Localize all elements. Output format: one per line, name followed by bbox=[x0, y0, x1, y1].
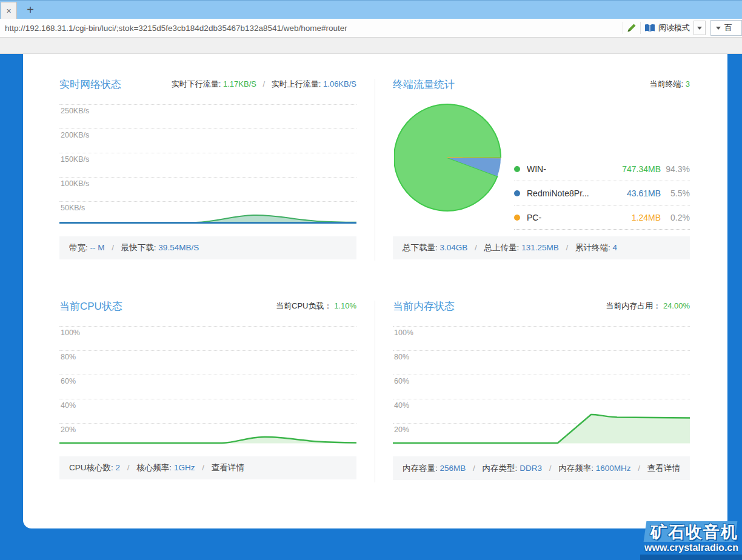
search-engine-label: 百 bbox=[724, 22, 732, 33]
up-rate-value: 1.06KB/S bbox=[323, 79, 356, 88]
device-name: RedmiNote8Pr... bbox=[527, 188, 609, 198]
separator: / bbox=[202, 463, 204, 472]
separator: / bbox=[473, 464, 475, 473]
current-clients-value: 3 bbox=[686, 79, 690, 88]
traffic-pie-chart bbox=[394, 101, 509, 216]
down-rate-value: 1.17KB/S bbox=[223, 79, 256, 88]
device-row[interactable]: PC- 1.24MB 0.2% bbox=[514, 205, 690, 230]
toolbar-divider bbox=[640, 22, 641, 34]
separator: / bbox=[549, 464, 552, 473]
memory-panel-title: 当前内存状态 bbox=[393, 299, 455, 313]
memory-usage-chart: 100% 80% 60% 40% 20% bbox=[393, 322, 690, 447]
cpu-series-plot bbox=[59, 322, 356, 447]
device-row[interactable]: WIN- 747.34MB 94.3% bbox=[514, 157, 690, 181]
cpu-cores-label: CPU核心数: bbox=[69, 463, 113, 472]
memory-freq-value: 1600MHz bbox=[596, 464, 631, 473]
search-engine-selector[interactable]: 百 bbox=[710, 20, 742, 36]
device-name: PC- bbox=[527, 213, 609, 222]
cpu-usage-chart: 100% 80% 60% 40% 20% bbox=[59, 322, 356, 447]
bandwidth-value: -- M bbox=[90, 243, 105, 252]
max-download-label: 最快下载: bbox=[121, 243, 156, 252]
reading-mode-label[interactable]: 阅读模式 bbox=[658, 22, 690, 33]
screenshot-root: × + http://192.168.31.1/cgi-bin/luci/;st… bbox=[0, 0, 742, 560]
network-panel-header: 实时网络状态 实时下行流量: 1.17KB/S / 实时上行流量: 1.06KB… bbox=[59, 76, 356, 92]
separator: / bbox=[566, 243, 568, 252]
total-download-label: 总下载量: bbox=[403, 243, 438, 252]
cpu-panel-title: 当前CPU状态 bbox=[59, 299, 122, 313]
separator: / bbox=[475, 243, 477, 252]
memory-type-value: DDR3 bbox=[520, 464, 542, 473]
watermark-title: 矿石收音机 bbox=[621, 522, 742, 542]
device-percent: 0.2% bbox=[661, 213, 690, 222]
cpu-freq-label: 核心频率: bbox=[136, 463, 172, 472]
network-footer: 带宽: -- M / 最快下载: 39.54MB/S bbox=[59, 236, 356, 259]
memory-type-label: 内存类型: bbox=[483, 464, 518, 473]
memory-panel-stats: 当前内存占用： 24.00% bbox=[606, 301, 690, 312]
clients-panel-title: 终端流量统计 bbox=[393, 78, 455, 92]
reading-mode-dropdown[interactable] bbox=[694, 21, 706, 35]
cpu-footer: CPU核心数: 2 / 核心频率: 1GHz / 查看详情 bbox=[59, 456, 356, 479]
current-clients-label: 当前终端: bbox=[650, 79, 684, 88]
device-percent: 94.3% bbox=[661, 164, 690, 174]
separator: / bbox=[127, 463, 130, 472]
network-panel-title: 实时网络状态 bbox=[59, 78, 121, 92]
clients-panel-stats: 当前终端: 3 bbox=[650, 79, 690, 90]
device-dot-icon bbox=[514, 215, 520, 221]
chevron-down-icon bbox=[697, 27, 702, 30]
up-rate-label: 实时上行流量: bbox=[272, 79, 321, 88]
cpu-load-value: 1.10% bbox=[334, 301, 356, 310]
reading-mode-icon[interactable] bbox=[644, 24, 655, 33]
memory-usage-label: 当前内存占用： bbox=[606, 301, 661, 310]
cpu-panel-stats: 当前CPU负载： 1.10% bbox=[276, 301, 356, 312]
memory-capacity-value: 256MB bbox=[440, 464, 466, 473]
device-dot-icon bbox=[514, 190, 520, 196]
memory-freq-label: 内存频率: bbox=[558, 464, 593, 473]
cpu-freq-value: 1GHz bbox=[174, 463, 195, 472]
device-row[interactable]: RedmiNote8Pr... 43.61MB 5.5% bbox=[514, 181, 690, 205]
device-traffic: 43.61MB bbox=[609, 188, 661, 198]
device-traffic: 1.24MB bbox=[609, 213, 661, 222]
device-percent: 5.5% bbox=[661, 188, 690, 198]
router-dashboard-page: 实时网络状态 实时下行流量: 1.17KB/S / 实时上行流量: 1.06KB… bbox=[0, 54, 742, 560]
device-dot-icon bbox=[514, 166, 520, 172]
memory-series-plot bbox=[393, 322, 690, 447]
browser-titlebar: × + bbox=[0, 0, 742, 19]
cpu-load-label: 当前CPU负载： bbox=[276, 301, 332, 310]
watermark: 矿石收音机 www.crystalradio.cn bbox=[621, 522, 742, 560]
cpu-cores-value: 2 bbox=[116, 463, 121, 472]
device-traffic: 747.34MB bbox=[609, 164, 661, 174]
total-clients-value: 4 bbox=[613, 243, 618, 252]
clients-footer: 总下载量: 3.04GB / 总上传量: 131.25MB / 累计终端: 4 bbox=[393, 236, 690, 259]
web-note-pen-icon[interactable] bbox=[627, 23, 637, 33]
memory-usage-value: 24.00% bbox=[663, 301, 690, 310]
browser-tab[interactable]: × bbox=[1, 2, 17, 19]
total-download-value: 3.04GB bbox=[440, 243, 468, 252]
network-series-plot bbox=[59, 101, 356, 225]
network-traffic-chart: 250KB/s 200KB/s 150KB/s 100KB/s 50KB/s bbox=[59, 101, 356, 225]
toolbar-divider bbox=[623, 22, 623, 34]
column-divider-top bbox=[375, 79, 375, 261]
down-rate-label: 实时下行流量: bbox=[172, 79, 221, 88]
watermark-url: www.crystalradio.cn bbox=[621, 542, 742, 554]
memory-panel-header: 当前内存状态 当前内存占用： 24.00% bbox=[393, 298, 690, 314]
new-tab-button[interactable]: + bbox=[22, 2, 39, 18]
memory-detail-link[interactable]: 查看详情 bbox=[647, 464, 680, 473]
memory-footer: 内存容量: 256MB / 内存类型: DDR3 / 内存频率: 1600MHz… bbox=[393, 456, 690, 480]
cpu-detail-link[interactable]: 查看详情 bbox=[212, 463, 244, 472]
address-bar-input[interactable]: http://192.168.31.1/cgi-bin/luci/;stok=3… bbox=[5, 24, 619, 33]
browser-command-bar bbox=[0, 38, 742, 54]
close-tab-icon[interactable]: × bbox=[6, 7, 11, 15]
separator: / bbox=[112, 243, 114, 252]
clients-panel-header: 终端流量统计 当前终端: 3 bbox=[393, 76, 690, 92]
memory-capacity-label: 内存容量: bbox=[403, 464, 438, 473]
pie-slice-pc bbox=[447, 158, 501, 158]
bandwidth-label: 带宽: bbox=[69, 243, 88, 252]
separator: / bbox=[638, 464, 640, 473]
browser-address-bar: http://192.168.31.1/cgi-bin/luci/;stok=3… bbox=[0, 19, 742, 38]
separator: / bbox=[263, 79, 266, 88]
total-upload-value: 131.25MB bbox=[521, 243, 559, 252]
total-clients-label: 累计终端: bbox=[575, 243, 610, 252]
total-upload-label: 总上传量: bbox=[484, 243, 520, 252]
max-download-value: 39.54MB/S bbox=[158, 243, 199, 252]
network-panel-stats: 实时下行流量: 1.17KB/S / 实时上行流量: 1.06KB/S bbox=[172, 79, 356, 90]
